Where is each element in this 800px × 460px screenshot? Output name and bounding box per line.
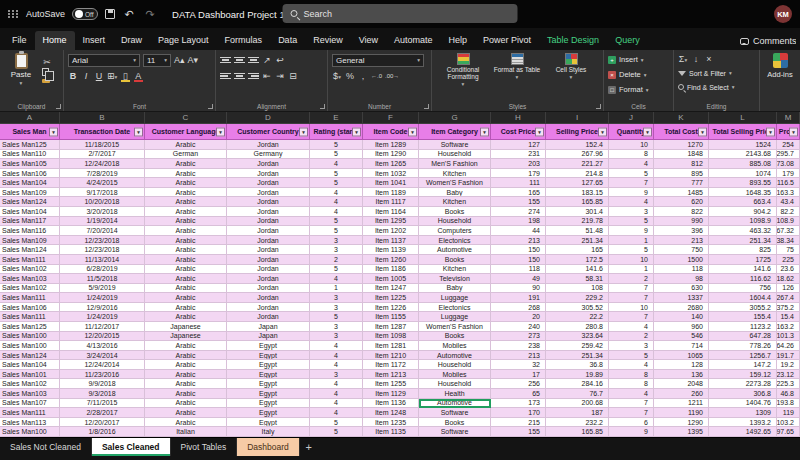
filter-button[interactable]: ▾ (598, 127, 607, 136)
cell[interactable]: 5 (609, 169, 654, 179)
cell[interactable]: 3 (310, 245, 363, 255)
cell[interactable]: 2273.28 (709, 379, 777, 389)
cell[interactable]: 163.2 (777, 322, 800, 332)
cell[interactable]: 7 (609, 399, 654, 409)
cell[interactable]: 12/23/2018 (60, 236, 145, 246)
ribbon-tab-help[interactable]: Help (441, 31, 476, 50)
cell[interactable]: 19.89 (546, 370, 609, 380)
cell[interactable]: Electonics (419, 303, 491, 313)
cell[interactable]: Item 1186 (363, 265, 419, 275)
cell[interactable]: 58.31 (546, 274, 609, 284)
cell[interactable]: 5 (310, 312, 363, 322)
cell[interactable]: 165 (546, 245, 609, 255)
cell[interactable]: Books (419, 255, 491, 265)
cell[interactable]: Sales Man124 (0, 351, 60, 361)
cell[interactable]: Jordan (227, 265, 310, 275)
ribbon-tab-query[interactable]: Query (607, 31, 648, 50)
cell[interactable]: 4 (609, 159, 654, 169)
cell[interactable]: Sales Man111 (0, 255, 60, 265)
cell[interactable]: 19.2 (777, 360, 800, 370)
cell[interactable]: 4 (310, 188, 363, 198)
cell[interactable]: Sales Man102 (0, 265, 60, 275)
ribbon-tab-insert[interactable]: Insert (75, 31, 114, 50)
cell-styles-button[interactable]: Cell Styles ▾ (544, 53, 598, 88)
cell[interactable]: 2048 (654, 379, 709, 389)
cell[interactable]: 9/9/2018 (60, 379, 145, 389)
cell[interactable]: 67.32 (777, 226, 800, 236)
cell[interactable]: Egypt (227, 360, 310, 370)
cell[interactable]: Japanese (145, 322, 227, 332)
copy-icon[interactable] (42, 68, 49, 76)
cell[interactable]: 268 (491, 303, 546, 313)
wrap-text-icon[interactable]: ↩ (275, 55, 285, 65)
cell[interactable]: 12/23/2018 (60, 245, 145, 255)
cell[interactable]: 198 (491, 217, 546, 227)
cell[interactable]: 663.4 (709, 197, 777, 207)
decrease-decimal-icon[interactable]: .00→ (385, 71, 399, 81)
cell[interactable]: Egypt (227, 399, 310, 409)
fill-down-icon[interactable]: ↓ (691, 54, 701, 64)
cell[interactable]: Jordan (227, 178, 310, 188)
cell[interactable]: Arabic (145, 303, 227, 313)
align-bottom-icon[interactable] (248, 57, 259, 63)
column-letter-K[interactable]: K (654, 112, 709, 123)
cell[interactable]: 895 (654, 169, 709, 179)
ribbon-tab-automate[interactable]: Automate (386, 31, 441, 50)
cell[interactable]: Sales Man125 (0, 322, 60, 332)
cell[interactable]: Item 1155 (363, 312, 419, 322)
cell[interactable]: Household (419, 150, 491, 160)
cell[interactable]: 295.7 (777, 150, 800, 160)
cell[interactable]: 4 (310, 408, 363, 418)
cell[interactable]: Jordan (227, 140, 310, 150)
cell[interactable]: 18.62 (777, 274, 800, 284)
column-header-quantity[interactable]: Quantity▾ (609, 124, 654, 140)
filter-button[interactable]: ▾ (216, 127, 225, 136)
cell[interactable]: Sales Man102 (0, 284, 60, 294)
column-header-customer-country[interactable]: Customer Country▾ (227, 124, 310, 140)
cell[interactable]: Item 1189 (363, 188, 419, 198)
cell[interactable]: 5 (310, 178, 363, 188)
cell[interactable]: 225.3 (777, 379, 800, 389)
cell[interactable]: Item 1287 (363, 322, 419, 332)
cell[interactable]: 267.4 (777, 293, 800, 303)
column-letter-E[interactable]: E (310, 112, 363, 123)
cell[interactable]: 4 (310, 379, 363, 389)
cell[interactable]: 1 (609, 236, 654, 246)
cell[interactable]: Item 1281 (363, 341, 419, 351)
cell[interactable]: 155.4 (709, 312, 777, 322)
cell[interactable]: 10/20/2018 (60, 197, 145, 207)
cell[interactable]: 183.15 (546, 188, 609, 198)
cell[interactable]: 1485 (654, 188, 709, 198)
cell[interactable]: 159.12 (709, 370, 777, 380)
ribbon-tab-page-layout[interactable]: Page Layout (150, 31, 217, 50)
cell[interactable]: Luggage (419, 293, 491, 303)
cell[interactable]: 15.4 (777, 312, 800, 322)
cell[interactable]: Sales Man100 (0, 332, 60, 342)
cell[interactable]: 2/7/2017 (60, 150, 145, 160)
cell[interactable]: 4 (310, 399, 363, 409)
cell[interactable]: 225 (777, 255, 800, 265)
cell[interactable]: 150 (491, 245, 546, 255)
cell[interactable]: 140 (654, 312, 709, 322)
column-letter-G[interactable]: G (419, 112, 491, 123)
ribbon-tab-formulas[interactable]: Formulas (217, 31, 271, 50)
accounting-format-icon[interactable]: $▾ (332, 71, 342, 82)
cell[interactable]: 200.68 (546, 399, 609, 409)
cell[interactable]: 98 (654, 274, 709, 284)
cell[interactable]: 7 (609, 312, 654, 322)
cell[interactable]: Japanese (145, 332, 227, 342)
cell[interactable]: Men'S Fashion (419, 159, 491, 169)
cell[interactable]: Item 1136 (363, 399, 419, 409)
cell[interactable]: Sales Man100 (0, 427, 60, 437)
cell[interactable]: Automotive (419, 399, 491, 409)
cell[interactable]: Baby (419, 188, 491, 198)
cell[interactable]: 714 (654, 341, 709, 351)
cell[interactable]: 4 (609, 322, 654, 332)
cell[interactable]: 64.26 (777, 341, 800, 351)
filter-button[interactable]: ▾ (134, 127, 143, 136)
comments-button[interactable]: Comments (740, 36, 796, 50)
column-header-cost-price[interactable]: Cost Price▾ (491, 124, 546, 140)
cell[interactable]: 4 (310, 197, 363, 207)
sheet-tab-dashboard[interactable]: Dashboard (237, 438, 300, 456)
cell[interactable]: Item 1210 (363, 351, 419, 361)
